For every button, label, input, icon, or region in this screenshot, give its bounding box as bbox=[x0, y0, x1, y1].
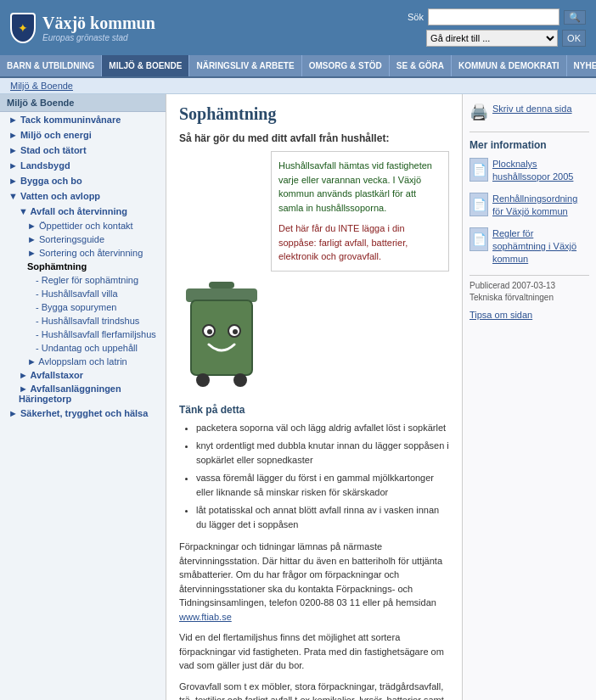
svg-point-9 bbox=[233, 373, 247, 387]
rs-doc-2: 📄 Regler för sophämtning i Växjö kommun bbox=[469, 227, 589, 266]
search-button[interactable]: 🔍 bbox=[564, 10, 586, 25]
logo-area: ✦ Växjö kommun Europas grönaste stad bbox=[10, 13, 155, 43]
trash-can-image bbox=[179, 278, 264, 389]
rs-org: Tekniska förvaltningen bbox=[469, 293, 589, 302]
sidebar-item-sorteringsguide[interactable]: ► Sorteringsguide bbox=[0, 232, 166, 246]
search-row: Sök 🔍 bbox=[408, 8, 586, 25]
svg-rect-2 bbox=[191, 300, 252, 375]
trash-can-svg bbox=[179, 278, 264, 389]
rs-divider-1 bbox=[469, 132, 589, 132]
sidebar-item-avfall[interactable]: ▼ Avfall och återvinning bbox=[0, 204, 166, 219]
sidebar-section-title: Miljö & Boende bbox=[0, 94, 166, 112]
breadcrumb: Miljö & Boende bbox=[0, 78, 596, 94]
goto-select[interactable]: Gå direkt till ... bbox=[426, 30, 558, 47]
sidebar-item-landsbygd[interactable]: ► Landsbygd bbox=[0, 158, 166, 173]
search-input[interactable] bbox=[428, 8, 559, 25]
think-title: Tänk på detta bbox=[179, 404, 449, 416]
sidebar-item-sophamtning: Sophämtning bbox=[0, 260, 166, 273]
sidebar-item-hushall-villa[interactable]: - Hushållsavfall villa bbox=[0, 287, 166, 300]
sidebar-item-hushall-fler[interactable]: - Hushållsavfall flerfamiljshus bbox=[0, 328, 166, 341]
sidebar-item-sakerhet[interactable]: ► Säkerhet, trygghet och hälsa bbox=[0, 406, 166, 421]
nav-item-se[interactable]: SE & GÖRA bbox=[390, 55, 452, 76]
sidebar-item-vatten[interactable]: ▼ Vatten och avlopp bbox=[0, 188, 166, 204]
print-link[interactable]: Skriv ut denna sida bbox=[492, 103, 572, 115]
info-green-text: Hushållsavfall hämtas vid fastigheten va… bbox=[278, 159, 441, 215]
logo-subtitle: Europas grönaste stad bbox=[42, 33, 155, 42]
think-item-2: vassa föremål lägger du först i en gamma… bbox=[196, 471, 449, 499]
sidebar-item-hushall-trind[interactable]: - Hushållsavfall trindshus bbox=[0, 314, 166, 328]
nav-item-kommun[interactable]: KOMMUN & DEMOKRATI bbox=[452, 55, 567, 76]
rs-doc-1-icon: 📄 bbox=[469, 193, 488, 216]
sidebar-item-bygga[interactable]: ► Bygga och bo bbox=[0, 173, 166, 188]
content-para-3: Grovavfall som t ex möbler, stora förpac… bbox=[179, 680, 449, 701]
rs-doc-2-icon: 📄 bbox=[469, 227, 488, 251]
rs-doc-0-link[interactable]: Plocknalys hushållssopor 2005 bbox=[492, 158, 589, 184]
page-title: Sophämtning bbox=[179, 104, 449, 124]
sidebar-item-regler[interactable]: - Regler för sophämtning bbox=[0, 273, 166, 287]
think-item-0: packetera soporna väl och lägg aldrig av… bbox=[196, 421, 449, 435]
rs-doc-1: 📄 Renhållningsordning för Växjö kommun bbox=[469, 193, 589, 219]
header: ✦ Växjö kommun Europas grönaste stad Sök… bbox=[0, 0, 596, 55]
think-list: packetera soporna väl och lägg aldrig av… bbox=[179, 421, 449, 532]
para1-text: Förpackningar och tidningar lämnas på nä… bbox=[179, 541, 442, 608]
logo-shield-icon: ✦ bbox=[10, 13, 36, 43]
main-content: Sophämtning Så här gör du med ditt avfal… bbox=[166, 94, 462, 700]
nav-item-naringsliv[interactable]: NÄRINGSLIV & ARBETE bbox=[189, 55, 301, 76]
sidebar-item-avfallstaxor[interactable]: ► Avfallstaxor bbox=[0, 368, 166, 382]
think-item-1: knyt ordentligt med dubbla knutar innan … bbox=[196, 439, 449, 467]
info-box: Hushållsavfall hämtas vid fastigheten va… bbox=[271, 151, 449, 272]
sidebar-item-stad[interactable]: ► Stad och tätort bbox=[0, 143, 166, 158]
rs-section-title: Mer information bbox=[469, 139, 589, 151]
sidebar-item-tack[interactable]: ► Tack kommuninvånare bbox=[0, 112, 166, 127]
para1-link[interactable]: www.ftiab.se bbox=[179, 612, 232, 622]
sidebar: Miljö & Boende ► Tack kommuninvånare ► M… bbox=[0, 94, 166, 700]
nav-item-omsorg[interactable]: OMSORG & STÖD bbox=[302, 55, 390, 76]
nav-item-nyheter[interactable]: NYHETER bbox=[567, 55, 596, 76]
sidebar-item-miljo[interactable]: ► Miljö och energi bbox=[0, 127, 166, 143]
svg-rect-0 bbox=[209, 282, 234, 288]
think-item-3: låt potatisskal och annat blött avfall r… bbox=[196, 503, 449, 531]
breadcrumb-link[interactable]: Miljö & Boende bbox=[10, 81, 73, 91]
sidebar-item-sortering[interactable]: ► Sortering och återvinning bbox=[0, 246, 166, 260]
print-icon: 🖨️ bbox=[469, 103, 488, 121]
rs-divider-2 bbox=[469, 275, 589, 276]
rs-doc-1-link[interactable]: Renhållningsordning för Växjö kommun bbox=[492, 193, 589, 219]
rs-doc-2-link[interactable]: Regler för sophämtning i Växjö kommun bbox=[492, 227, 589, 266]
content-para-1: Förpackningar och tidningar lämnas på nä… bbox=[179, 540, 449, 624]
logo-text-area: Växjö kommun Europas grönaste stad bbox=[42, 14, 155, 42]
svg-point-8 bbox=[196, 373, 210, 387]
body-layout: Miljö & Boende ► Tack kommuninvånare ► M… bbox=[0, 94, 596, 700]
search-label: Sök bbox=[408, 12, 424, 22]
sidebar-item-oppettider[interactable]: ► Öppettider och kontakt bbox=[0, 219, 166, 232]
nav-item-miljo[interactable]: MILJÖ & BOENDE bbox=[102, 55, 189, 76]
rs-doc-0-icon: 📄 bbox=[469, 158, 488, 182]
intro-text: Så här gör du med ditt avfall från hushå… bbox=[179, 132, 449, 144]
content-para-2: Vid en del flertamiljshus finns det möjl… bbox=[179, 630, 449, 673]
header-controls: Sök 🔍 Gå direkt till ... OK bbox=[408, 8, 586, 47]
sidebar-item-haringetorp[interactable]: ► Avfallsanläggningen Häringetorp bbox=[0, 382, 166, 406]
sidebar-item-bygga-sop[interactable]: - Bygga sopurymen bbox=[0, 300, 166, 314]
rs-doc-0: 📄 Plocknalys hushållssopor 2005 bbox=[469, 158, 589, 184]
svg-point-6 bbox=[207, 329, 212, 334]
rs-tipsa-link[interactable]: Tipsa om sidan bbox=[469, 310, 532, 320]
right-sidebar: 🖨️ Skriv ut denna sida Mer information 📄… bbox=[462, 94, 596, 700]
content-image-block: Hushållsavfall hämtas vid fastigheten va… bbox=[179, 151, 449, 395]
svg-point-7 bbox=[233, 329, 238, 334]
sidebar-item-avlopp[interactable]: ► Avloppslam och latrin bbox=[0, 355, 166, 368]
logo-name: Växjö kommun bbox=[42, 14, 155, 33]
main-nav: BARN & UTBILDNING MILJÖ & BOENDE NÄRINGS… bbox=[0, 55, 596, 78]
print-section: 🖨️ Skriv ut denna sida bbox=[469, 103, 589, 121]
goto-row: Gå direkt till ... OK bbox=[426, 30, 586, 47]
info-red-text: Det här får du INTE lägga i din soppåse:… bbox=[278, 221, 441, 264]
sidebar-item-undantag[interactable]: - Undantag och uppehåll bbox=[0, 341, 166, 355]
goto-button[interactable]: OK bbox=[562, 30, 586, 47]
nav-item-barn[interactable]: BARN & UTBILDNING bbox=[0, 55, 102, 76]
rs-published: Publicerad 2007-03-13 bbox=[469, 281, 589, 290]
think-section: Tänk på detta packetera soporna väl och … bbox=[179, 404, 449, 532]
